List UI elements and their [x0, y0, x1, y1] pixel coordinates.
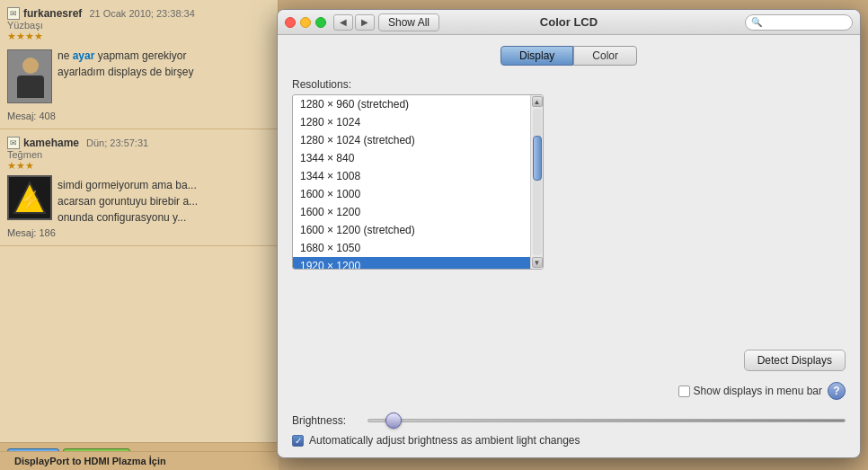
upper-content: Resolutions: 1280 × 960 (stretched) 1280…	[292, 78, 846, 400]
forum-post-title: DisplayPort to HDMI Plazma İçin	[7, 454, 271, 468]
brightness-section: Brightness: ✓ Automatically adjust brigh…	[292, 414, 846, 447]
list-scrollbar: ▲ ▼	[530, 95, 543, 269]
search-box[interactable]: 🔍	[745, 14, 853, 31]
scrollbar-up-button[interactable]: ▲	[532, 96, 543, 107]
forum-post-1: ✉ furkanesref 21 Ocak 2010; 23:38:34 Yüz…	[0, 0, 278, 129]
show-menu-checkbox[interactable]	[678, 386, 690, 397]
auto-brightness-label: Automatically adjust brightness as ambie…	[309, 434, 580, 447]
window-content: Display Color Resolutions: 1280 × 960 (s…	[278, 35, 860, 457]
resolution-item-1[interactable]: 1280 × 1024	[293, 113, 530, 131]
tab-segment: Display Color	[500, 46, 637, 66]
forum-user-1: furkanesref	[23, 7, 82, 20]
forum-text-1b: ayarladım displays de birşey	[58, 66, 270, 78]
resolutions-label: Resolutions:	[292, 78, 655, 91]
resolution-item-9[interactable]: 1920 × 1200	[293, 257, 530, 269]
forum-stars-2: ★★★	[7, 160, 270, 172]
forum-text-2c: onunda configurasyonu y...	[58, 211, 270, 224]
forum-post-2: ✉ kamehame Dün; 23:57:31 Teğmen ★★★ ⚡ si…	[0, 129, 278, 246]
forum-date-1: 21 Ocak 2010; 23:38:34	[89, 8, 194, 19]
show-menu-label: Show displays in menu bar	[694, 385, 822, 397]
forum-rank-1: Yüzbaşı	[7, 20, 270, 31]
detect-displays-button[interactable]: Detect Displays	[744, 350, 846, 371]
resolution-item-3[interactable]: 1344 × 840	[293, 149, 530, 167]
window-title: Color LCD	[540, 15, 598, 29]
resolution-item-6[interactable]: 1600 × 1200	[293, 203, 530, 221]
forum-background: ✉ furkanesref 21 Ocak 2010; 23:38:34 Yüz…	[0, 0, 279, 470]
search-input[interactable]	[764, 17, 845, 28]
forum-stars-1: ★★★★	[7, 31, 270, 42]
show-all-button[interactable]: Show All	[378, 13, 439, 31]
resolution-item-0[interactable]: 1280 × 960 (stretched)	[293, 95, 530, 113]
search-icon: 🔍	[751, 17, 762, 27]
show-menu-row: Show displays in menu bar ?	[666, 382, 846, 400]
close-button[interactable]	[285, 17, 296, 28]
resolution-item-8[interactable]: 1680 × 1050	[293, 239, 530, 257]
auto-brightness-row: ✓ Automatically adjust brightness as amb…	[292, 434, 846, 447]
left-panel: Resolutions: 1280 × 960 (stretched) 1280…	[292, 78, 655, 400]
back-button[interactable]: ◀	[333, 14, 353, 31]
resolution-item-7[interactable]: 1600 × 1200 (stretched)	[293, 221, 530, 239]
resolutions-container: 1280 × 960 (stretched) 1280 × 1024 1280 …	[292, 94, 544, 270]
resolution-item-2[interactable]: 1280 × 1024 (stretched)	[293, 131, 530, 149]
brightness-slider-track	[368, 419, 846, 422]
scrollbar-track	[533, 109, 542, 255]
show-menu-checkbox-label[interactable]: Show displays in menu bar	[678, 385, 822, 397]
post-icon-2: ✉	[7, 137, 20, 149]
resolution-item-4[interactable]: 1344 × 1008	[293, 167, 530, 185]
brightness-slider-container[interactable]	[368, 414, 846, 427]
minimize-button[interactable]	[300, 17, 311, 28]
maximize-button[interactable]	[315, 17, 326, 28]
traffic-lights	[285, 17, 326, 28]
forum-avatar-1	[7, 49, 52, 103]
forum-text-2: simdi gormeiyorum ama ba...	[58, 179, 270, 191]
brightness-slider-thumb[interactable]	[385, 412, 402, 429]
window-titlebar: ◀ ▶ Show All Color LCD 🔍	[278, 10, 860, 35]
color-lcd-window: ◀ ▶ Show All Color LCD 🔍 Display Color R…	[277, 9, 861, 458]
forum-avatar-2: ⚡	[7, 175, 52, 220]
forum-user-2: kamehame	[23, 137, 79, 149]
forum-text-2b: acarsan goruntuyu birebir a...	[58, 195, 270, 208]
svg-text:⚡: ⚡	[19, 190, 41, 211]
right-panel: Detect Displays Show displays in menu ba…	[666, 78, 846, 400]
tab-color[interactable]: Color	[573, 46, 637, 66]
forum-rank-2: Teğmen	[7, 149, 270, 160]
brightness-row: Brightness:	[292, 414, 846, 427]
post-icon-1: ✉	[7, 7, 20, 20]
scrollbar-thumb[interactable]	[533, 136, 542, 181]
scrollbar-down-button[interactable]: ▼	[532, 257, 543, 268]
forum-msg-1: Mesaj: 408	[7, 111, 270, 121]
auto-brightness-checkbox[interactable]: ✓	[292, 435, 304, 447]
resolution-item-5[interactable]: 1600 × 1000	[293, 185, 530, 203]
forward-button[interactable]: ▶	[355, 14, 375, 31]
help-button[interactable]: ?	[828, 382, 846, 400]
nav-buttons: ◀ ▶	[333, 14, 375, 31]
resolutions-list: 1280 × 960 (stretched) 1280 × 1024 1280 …	[293, 95, 530, 269]
forum-msg-2: Mesaj: 186	[7, 227, 270, 238]
tab-display[interactable]: Display	[500, 46, 573, 66]
brightness-label: Brightness:	[292, 414, 357, 427]
tab-bar: Display Color	[292, 46, 846, 66]
forum-text-1: ne ayar yapmam gerekiyor	[58, 49, 270, 62]
forum-date-2: Dün; 23:57:31	[86, 137, 148, 148]
